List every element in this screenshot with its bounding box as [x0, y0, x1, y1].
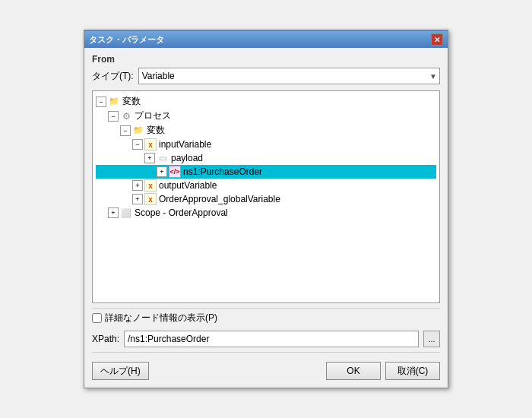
- checkbox-row: 詳細なノード情報の表示(P): [92, 308, 440, 328]
- xpath-row: XPath: ...: [92, 331, 440, 353]
- node-label-ns1: ns1:PurchaseOrder: [183, 166, 262, 177]
- tree-node-outputvariable[interactable]: x outputVariable: [96, 179, 436, 192]
- var-icon-orderapproval-global: x: [144, 193, 157, 205]
- node-label-vars2: 変数: [147, 124, 165, 137]
- folder-icon-vars2: 📁: [132, 125, 144, 137]
- tree-container[interactable]: 📁 変数 ⚙ プロセス 📁 変数 x inputVariable: [92, 90, 440, 303]
- type-dropdown-wrapper[interactable]: Variable Expression Literal Property ▼: [138, 68, 440, 84]
- help-button[interactable]: ヘルプ(H): [92, 362, 149, 380]
- cancel-button[interactable]: 取消(C): [385, 362, 440, 380]
- close-button[interactable]: ✕: [431, 33, 443, 46]
- expander-vars[interactable]: [96, 97, 106, 107]
- node-label-scope: Scope - OrderApproval: [135, 207, 228, 218]
- tree-node-ns1[interactable]: </> ns1:PurchaseOrder: [96, 165, 436, 179]
- detail-checkbox[interactable]: [92, 313, 102, 323]
- title-bar: タスク・パラメータ ✕: [84, 31, 448, 48]
- node-label-outputvariable: outputVariable: [159, 180, 217, 191]
- node-label-vars: 変数: [122, 95, 141, 108]
- expander-vars2[interactable]: [120, 125, 131, 136]
- dialog-title: タスク・パラメータ: [89, 34, 164, 46]
- tree-node-process[interactable]: ⚙ プロセス: [96, 109, 436, 123]
- from-label: From: [92, 54, 440, 65]
- expander-process[interactable]: [108, 111, 119, 122]
- var-icon-inputvariable: x: [144, 138, 157, 150]
- dialog-body: From タイプ(T): Variable Expression Literal…: [84, 48, 448, 388]
- node-label-inputvariable: inputVariable: [159, 139, 211, 150]
- tree-node-vars[interactable]: 📁 変数: [96, 94, 436, 109]
- task-parameters-dialog: タスク・パラメータ ✕ From タイプ(T): Variable Expres…: [84, 30, 448, 388]
- xpath-edit-button[interactable]: ...: [423, 331, 440, 347]
- scope-icon: ⬜: [120, 207, 132, 219]
- node-label-process: プロセス: [135, 109, 171, 122]
- xpath-input[interactable]: [124, 331, 419, 347]
- tree-node-inputvariable[interactable]: x inputVariable: [96, 138, 436, 151]
- tree-node-orderapproval-global[interactable]: x OrderApproval_globalVariable: [96, 192, 436, 206]
- tree-node-vars2[interactable]: 📁 変数: [96, 123, 436, 138]
- doc-icon-payload: ▭: [157, 152, 169, 164]
- tree-node-scope[interactable]: ⬜ Scope - OrderApproval: [96, 206, 436, 220]
- expander-outputvariable[interactable]: [132, 180, 143, 191]
- expander-scope[interactable]: [108, 207, 119, 218]
- gear-icon-process: ⚙: [120, 110, 132, 122]
- button-row: ヘルプ(H) OK 取消(C): [92, 359, 440, 382]
- node-label-payload: payload: [171, 153, 203, 163]
- expander-payload[interactable]: [144, 153, 155, 163]
- type-label: タイプ(T):: [92, 70, 134, 83]
- type-select[interactable]: Variable Expression Literal Property: [138, 68, 440, 84]
- xpath-label: XPath:: [92, 334, 119, 344]
- xml-icon-ns1: </>: [169, 166, 181, 178]
- type-row: タイプ(T): Variable Expression Literal Prop…: [92, 68, 440, 84]
- expander-orderapproval-global[interactable]: [132, 194, 143, 204]
- tree-node-payload[interactable]: ▭ payload: [96, 151, 436, 165]
- expander-ns1[interactable]: [157, 166, 167, 177]
- btn-group-right: OK 取消(C): [326, 362, 440, 380]
- var-icon-outputvariable: x: [144, 179, 157, 192]
- detail-checkbox-label[interactable]: 詳細なノード情報の表示(P): [105, 312, 217, 325]
- folder-icon-vars: 📁: [108, 96, 120, 108]
- node-label-orderapproval-global: OrderApproval_globalVariable: [159, 194, 280, 204]
- ok-button[interactable]: OK: [326, 362, 381, 380]
- expander-inputvariable[interactable]: [132, 139, 143, 150]
